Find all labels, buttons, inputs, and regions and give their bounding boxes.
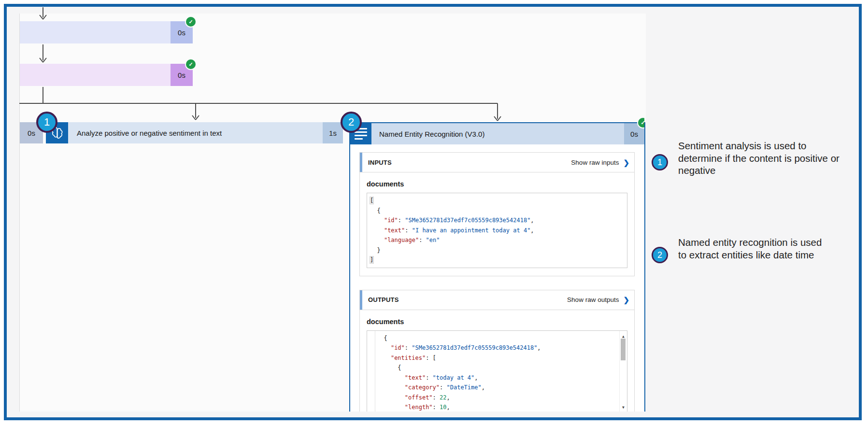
code-line: "entities": [ <box>377 353 617 363</box>
screenshot-root: 0s ✓ 0s ✓ 0s Analyze positive or negativ… <box>0 0 868 427</box>
code-line: "offset": 22, <box>377 393 617 403</box>
code-line: ] <box>370 255 624 265</box>
code-line: "text": "today at 4", <box>377 373 617 383</box>
code-line: { <box>377 333 617 343</box>
annotation-1-text: Sentiment analysis is used to determine … <box>678 140 868 177</box>
code-line: } <box>370 245 624 256</box>
ner-action-card[interactable]: Named Entity Recognition (V3.0) 0s INPUT… <box>349 122 645 412</box>
code-line: "id": "SMe3652781d37edf7c05559c893e54241… <box>377 343 617 353</box>
outputs-section-header: OUTPUTS Show raw outputs ❯ <box>360 290 634 310</box>
success-check-icon: ✓ <box>186 59 196 69</box>
inputs-section: INPUTS Show raw inputs ❯ documents [ { "… <box>359 152 635 276</box>
chevron-right-icon: ❯ <box>623 159 629 166</box>
annotation-2-number: 2 <box>652 247 668 263</box>
annotation-1-number: 1 <box>652 154 668 171</box>
outputs-section-body: documents { "id": "SMe3652781d37edf7c055… <box>360 310 634 412</box>
code-line: "length": 10, <box>377 402 617 412</box>
action-body <box>20 64 171 86</box>
code-line: [ <box>370 196 624 206</box>
callout-marker-2: 2 <box>341 112 362 133</box>
section-accent-bar <box>360 153 362 172</box>
show-raw-outputs-label: Show raw outputs <box>567 296 619 303</box>
inputs-section-header: INPUTS Show raw inputs ❯ <box>360 153 634 172</box>
flow-action-collapsed-1[interactable]: 0s <box>20 21 193 43</box>
success-check-icon: ✓ <box>638 118 644 128</box>
show-raw-outputs-link[interactable]: Show raw outputs ❯ <box>567 296 629 303</box>
inputs-section-body: documents [ { "id": "SMe3652781d37edf7c0… <box>360 172 634 276</box>
documents-field-label: documents <box>367 318 627 326</box>
outputs-json-viewer: { "id": "SMe3652781d37edf7c05559c893e542… <box>367 330 627 412</box>
sentiment-action-card[interactable]: 0s Analyze positive or negative sentimen… <box>20 122 343 143</box>
code-line: { <box>370 206 624 216</box>
section-accent-bar <box>360 290 362 310</box>
callout-marker-1: 1 <box>36 112 57 133</box>
annotation-2-text: Named entity recognition is used to extr… <box>678 236 868 261</box>
ner-check-clip: ✓ <box>623 116 644 130</box>
code-line: "id": "SMe3652781d37edf7c05559c893e54241… <box>370 215 624 226</box>
inputs-json-viewer: [ { "id": "SMe3652781d37edf7c05559c893e5… <box>367 193 627 268</box>
inputs-title: INPUTS <box>368 159 392 166</box>
ner-action-title[interactable]: Named Entity Recognition (V3.0) <box>371 123 624 144</box>
outputs-section: OUTPUTS Show raw outputs ❯ documents { "… <box>359 290 635 412</box>
success-check-icon: ✓ <box>186 17 196 27</box>
scrollbar-thumb[interactable] <box>621 339 626 360</box>
code-line: { <box>377 363 617 373</box>
action-body <box>20 21 171 43</box>
vertical-scrollbar[interactable]: ▲ ▼ <box>619 331 627 412</box>
elapsed-time-badge: 1s <box>323 122 343 143</box>
show-raw-inputs-label: Show raw inputs <box>571 159 619 166</box>
ner-card-body: INPUTS Show raw inputs ❯ documents [ { "… <box>350 144 644 412</box>
code-line: "text": "I have an appointment today at … <box>370 226 624 236</box>
outputs-title: OUTPUTS <box>368 296 399 303</box>
show-raw-inputs-link[interactable]: Show raw inputs ❯ <box>571 159 629 166</box>
code-line: "language": "en" <box>370 235 624 245</box>
chevron-right-icon: ❯ <box>623 296 629 303</box>
scroll-down-arrow-icon[interactable]: ▼ <box>620 403 627 412</box>
documents-field-label: documents <box>367 180 627 188</box>
ner-card-header[interactable]: Named Entity Recognition (V3.0) 0s <box>350 123 644 144</box>
sentiment-action-title[interactable]: Analyze positive or negative sentiment i… <box>68 122 323 143</box>
code-line: "category": "DateTime", <box>377 383 617 393</box>
flow-action-collapsed-2[interactable]: 0s <box>20 64 193 86</box>
indent-guide-line <box>375 331 375 412</box>
outputs-json-content: { "id": "SMe3652781d37edf7c05559c893e542… <box>377 333 617 412</box>
